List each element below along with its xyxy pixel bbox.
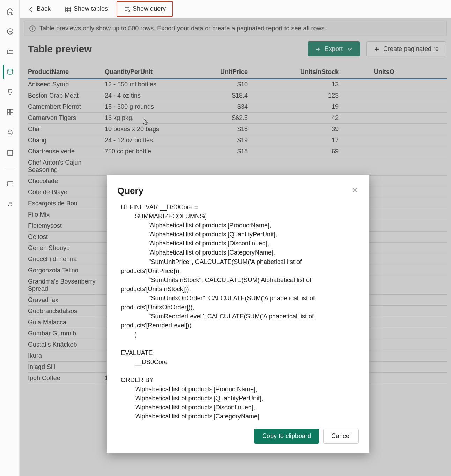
cell-stock: 17 (251, 137, 342, 144)
nav-apps[interactable] (3, 105, 17, 119)
book-icon (6, 149, 14, 157)
export-label: Export (325, 45, 343, 53)
nav-browse[interactable] (3, 45, 17, 59)
chevron-left-icon (28, 6, 34, 12)
cell-qty: 24 - 4 oz tins (105, 92, 182, 99)
cell-qty: 10 boxes x 20 bags (105, 126, 182, 133)
nav-home[interactable] (3, 4, 17, 18)
back-label: Back (37, 5, 51, 13)
cell-stock: 123 (251, 92, 342, 99)
cell-stock (251, 159, 342, 174)
cell-name: Ikura (28, 352, 105, 360)
col-unitprice[interactable]: UnitPrice (182, 68, 251, 76)
cell-order (342, 159, 398, 174)
cell-qty (105, 159, 182, 174)
table-row[interactable]: Chartreuse verte750 cc per bottle$1869 (28, 146, 447, 157)
page-title: Table preview (28, 44, 92, 55)
cell-order (342, 92, 398, 99)
table-row[interactable]: Carnarvon Tigers16 kg pkg.$62.542 (28, 113, 447, 124)
copy-to-clipboard-button[interactable]: Copy to clipboard (254, 429, 319, 444)
cell-name: Carnarvon Tigers (28, 114, 105, 122)
info-banner: Table previews only show up to 500 rows.… (24, 21, 447, 36)
cell-order (342, 126, 398, 133)
create-paginated-report-button[interactable]: Create paginated re (366, 41, 446, 56)
cursor-icon (142, 118, 149, 126)
toolbar: Back Show tables Show query (20, 0, 451, 18)
cell-stock: 42 (251, 114, 342, 122)
nav-create[interactable] (3, 24, 17, 38)
table-row[interactable]: Chef Anton's Cajun Seasoning (28, 157, 447, 176)
show-query-label: Show query (133, 5, 166, 13)
nav-data-hub[interactable] (3, 65, 17, 79)
col-unitsinstock[interactable]: UnitsInStock (251, 68, 342, 76)
nav-metrics[interactable] (3, 85, 17, 99)
svg-rect-7 (7, 182, 13, 186)
cell-price: $18 (182, 126, 251, 133)
cell-price: $10 (182, 81, 251, 88)
trophy-icon (6, 88, 14, 96)
table-row[interactable]: Chai10 boxes x 20 bags$1839 (28, 124, 447, 135)
cell-name: Genen Shouyu (28, 244, 105, 252)
svg-point-1 (8, 69, 13, 71)
table-header: ProductName QuantityPerUnit UnitPrice Un… (28, 65, 447, 79)
cell-order (342, 137, 398, 144)
left-nav-rail (0, 0, 20, 476)
rocket-icon (6, 129, 14, 136)
info-icon (29, 25, 36, 32)
cell-price: $18.4 (182, 92, 251, 99)
nav-learn[interactable] (3, 146, 17, 160)
query-modal: Query DEFINE VAR __DS0Core = SUMMARIZECO… (107, 175, 369, 453)
nav-account[interactable] (3, 197, 17, 211)
cell-order (342, 103, 398, 111)
folder-icon (6, 48, 14, 55)
cell-name: Gudbrandsdalsos (28, 308, 105, 315)
table-row[interactable]: Camembert Pierrot15 - 300 g rounds$3419 (28, 101, 447, 113)
plus-icon (374, 46, 380, 52)
svg-point-8 (9, 202, 11, 204)
modal-close-button[interactable] (352, 187, 359, 195)
query-text[interactable]: DEFINE VAR __DS0Core = SUMMARIZECOLUMNS(… (117, 203, 359, 421)
col-productname[interactable]: ProductName (28, 68, 105, 76)
cell-order (342, 114, 398, 122)
cell-name: Aniseed Syrup (28, 81, 105, 88)
main-area: Back Show tables Show query Table previe… (20, 0, 451, 476)
cell-name: Chai (28, 126, 105, 133)
workspaces-icon (6, 180, 14, 188)
cell-name: Côte de Blaye (28, 189, 105, 196)
show-tables-label: Show tables (74, 5, 108, 13)
cell-order (342, 148, 398, 155)
table-row[interactable]: Boston Crab Meat24 - 4 oz tins$18.4123 (28, 90, 447, 101)
show-query-button[interactable]: Show query (117, 1, 173, 17)
cell-price (182, 159, 251, 174)
export-button[interactable]: Export (308, 41, 360, 56)
cancel-label: Cancel (331, 432, 351, 440)
query-icon (124, 6, 130, 12)
chevron-down-icon (346, 46, 353, 52)
nav-divider (4, 168, 15, 168)
nav-deployment[interactable] (3, 126, 17, 139)
apps-icon (6, 108, 14, 116)
cell-name: Camembert Pierrot (28, 103, 105, 111)
back-button[interactable]: Back (22, 3, 56, 15)
person-icon (6, 200, 14, 208)
table-row[interactable]: Chang24 - 12 oz bottles$1917 (28, 135, 447, 146)
database-icon (6, 68, 14, 76)
cell-name: Flotemysost (28, 222, 105, 229)
cell-qty: 15 - 300 g rounds (105, 103, 182, 111)
cell-name: Geitost (28, 233, 105, 241)
cell-qty: 24 - 12 oz bottles (105, 137, 182, 144)
col-unitsonorder[interactable]: UnitsO (342, 68, 398, 76)
cell-name: Chef Anton's Cajun Seasoning (28, 159, 105, 174)
cell-qty: 12 - 550 ml bottles (105, 81, 182, 88)
table-row[interactable]: Aniseed Syrup12 - 550 ml bottles$1013 (28, 79, 447, 90)
cell-name: Chartreuse verte (28, 148, 105, 155)
header-row: Table preview Export Create paginated re (20, 39, 451, 61)
plus-circle-icon (6, 28, 14, 35)
cell-name: Chocolade (28, 177, 105, 185)
cancel-button[interactable]: Cancel (323, 429, 359, 444)
col-quantityperunit[interactable]: QuantityPerUnit (105, 68, 182, 76)
tables-icon (65, 6, 71, 12)
show-tables-button[interactable]: Show tables (59, 3, 113, 15)
nav-workspaces[interactable] (3, 177, 17, 191)
cell-price: $34 (182, 103, 251, 111)
